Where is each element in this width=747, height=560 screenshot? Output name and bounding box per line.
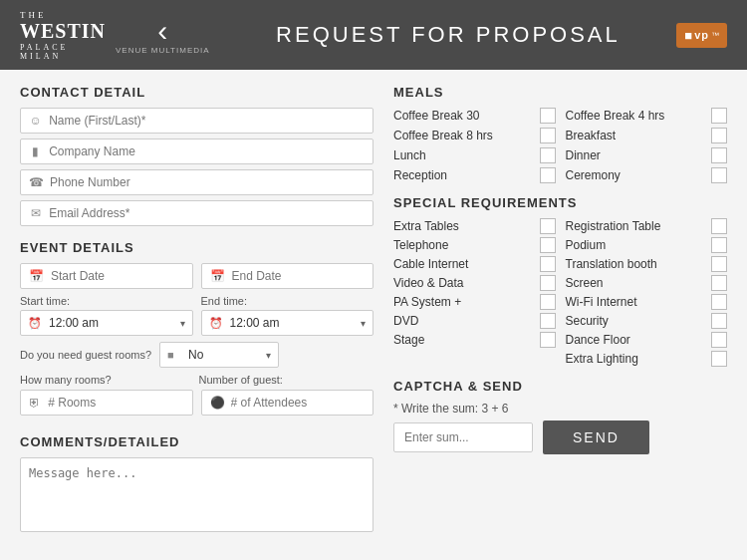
req-label-wifi: Wi-Fi Internet [566,295,712,309]
meal-checkbox-coffee-break-4hrs[interactable] [711,108,727,124]
attendees-input-group: ⚫ [201,390,374,416]
phone-icon: ☎ [29,175,43,189]
right-column: MEALS Coffee Break 30 Coffee Break 4 hrs… [393,85,727,545]
captcha-title: CAPTCHA & SEND [393,379,727,394]
req-label-dance-floor: Dance Floor [566,333,712,347]
req-checkbox-translation-booth[interactable] [711,256,727,272]
req-checkbox-pa-system[interactable] [540,294,556,310]
req-checkbox-security[interactable] [711,313,727,329]
back-icon[interactable]: ‹ [157,16,167,46]
meal-checkbox-ceremony[interactable] [711,167,727,183]
captcha-input[interactable] [393,422,533,452]
rooms-input[interactable] [48,396,183,410]
contact-section: CONTACT DETAIL ☺ ▮ ☎ ✉ [20,85,374,226]
req-label-telephone: Telephone [393,238,540,252]
req-checkbox-registration-table[interactable] [711,218,727,234]
req-checkbox-podium[interactable] [711,237,727,253]
req-dvd: DVD [393,313,556,329]
email-icon: ✉ [29,206,42,220]
req-checkbox-telephone[interactable] [540,237,556,253]
meal-coffee-break-30: Coffee Break 30 [393,108,556,124]
req-checkbox-wifi[interactable] [711,294,727,310]
start-time-select-wrapper: ⏰ 12:00 am [20,310,193,336]
start-time-group: Start time: ⏰ 12:00 am [20,295,193,336]
comments-section: COMMENTS/DETAILED [20,434,374,535]
send-button[interactable]: SEND [543,420,649,454]
req-checkbox-dance-floor[interactable] [711,332,727,348]
req-label-dvd: DVD [393,314,540,328]
calendar-icon-end: 📅 [210,269,225,283]
meals-title: MEALS [393,85,727,100]
start-date-input[interactable] [51,269,184,283]
req-stage: Stage [393,332,556,348]
end-time-label: End time: [201,295,374,307]
name-input[interactable] [49,114,365,128]
company-field-group: ▮ [20,139,374,164]
meal-checkbox-dinner[interactable] [711,147,727,163]
event-section: EVENT DETAILS 📅 📅 Start time: ⏰ [20,240,374,420]
calendar-icon-start: 📅 [29,269,44,283]
req-checkbox-stage[interactable] [540,332,556,348]
req-telephone: Telephone [393,237,556,253]
end-time-select[interactable]: 12:00 am [201,310,374,336]
meals-grid: Coffee Break 30 Coffee Break 4 hrs Coffe… [393,108,727,183]
req-label-registration-table: Registration Table [566,219,712,233]
meal-reception: Reception [393,167,556,183]
hotel-logo: THE WESTIN PALACE MILAN [20,10,106,61]
meal-checkbox-coffee-break-8hrs[interactable] [540,128,556,143]
req-podium: Podium [566,237,728,253]
special-reqs-title: SPECIAL REQUIREMENTS [393,195,727,210]
meal-dinner: Dinner [566,147,728,163]
req-checkbox-extra-lighting[interactable] [711,351,727,367]
req-registration-table: Registration Table [566,218,728,234]
meal-label-coffee-break-8hrs: Coffee Break 8 hrs [393,129,540,142]
captcha-section: CAPTCHA & SEND * Write the sum: 3 + 6 SE… [393,379,727,454]
end-date-input[interactable] [232,269,366,283]
meal-label-lunch: Lunch [393,148,540,162]
req-label-cable-internet: Cable Internet [393,257,540,271]
req-label-stage: Stage [393,333,540,347]
meal-label-dinner: Dinner [566,148,712,162]
meal-checkbox-reception[interactable] [540,167,556,183]
meal-coffee-break-8hrs: Coffee Break 8 hrs [393,128,556,143]
guest-rooms-label: Do you need guest rooms? [20,349,151,361]
vp-logo: ■ vp ™ [676,23,727,48]
guest-rooms-select[interactable]: No Yes [159,342,279,368]
meal-ceremony: Ceremony [566,167,728,183]
logo-westin: WESTIN [20,20,106,43]
meal-checkbox-coffee-break-30[interactable] [540,108,556,124]
meal-coffee-break-4hrs: Coffee Break 4 hrs [566,108,728,124]
meal-checkbox-lunch[interactable] [540,147,556,163]
meal-label-ceremony: Ceremony [566,168,712,182]
req-label-security: Security [566,314,712,328]
req-checkbox-video-data[interactable] [540,275,556,291]
vp-super: ™ [711,31,719,40]
req-label-video-data: Video & Data [393,276,540,290]
venue-multimedia-label: VENUE MULTIMEDIA [116,46,210,55]
email-input[interactable] [49,206,365,220]
req-label-screen: Screen [566,276,712,290]
date-row: 📅 📅 [20,263,374,289]
req-checkbox-extra-tables[interactable] [540,218,556,234]
meal-checkbox-breakfast[interactable] [711,128,727,143]
start-time-select[interactable]: 12:00 am [20,310,193,336]
rooms-inputs-row: ⛨ ⚫ [20,390,374,420]
req-checkbox-cable-internet[interactable] [540,256,556,272]
req-checkbox-screen[interactable] [711,275,727,291]
company-input[interactable] [49,144,365,158]
req-label-pa-system: PA System + [393,295,540,309]
comments-textarea[interactable] [20,457,374,532]
attendees-label: Number of guest: [199,374,374,386]
phone-field-group: ☎ [20,169,374,195]
person-icon: ☺ [29,114,42,128]
req-empty [393,351,556,367]
rooms-input-group: ⛨ [20,390,193,416]
phone-input[interactable] [50,175,365,189]
req-checkbox-dvd[interactable] [540,313,556,329]
req-pa-system: PA System + [393,294,556,310]
req-video-data: Video & Data [393,275,556,291]
logo-palace: PALACE [20,43,68,52]
req-screen: Screen [566,275,728,291]
attendees-input[interactable] [231,396,366,410]
time-row: Start time: ⏰ 12:00 am End time: ⏰ 12:00… [20,295,374,336]
